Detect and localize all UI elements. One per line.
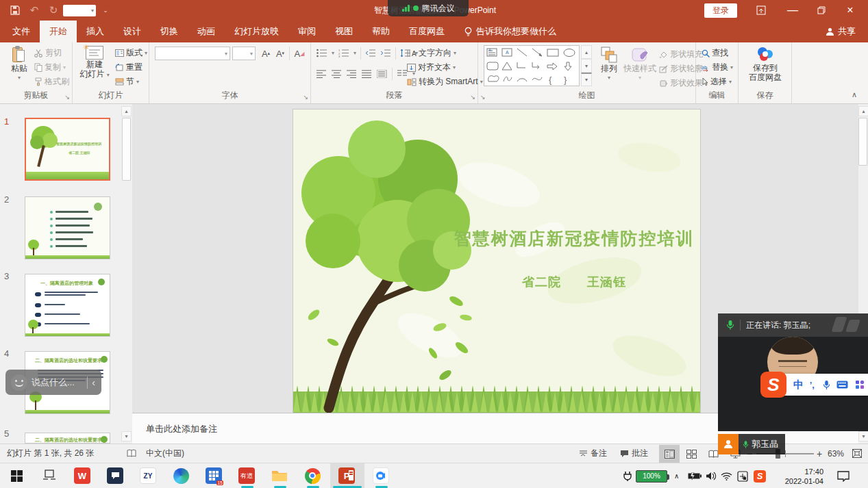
new-slide-button[interactable]: ✳ 新建 幻灯片 ▾ [78,46,111,80]
zoom-in-button[interactable]: + [817,444,822,463]
clock[interactable]: 17:40 2022-01-04 [771,463,823,488]
find-button[interactable]: 查找 [702,47,728,60]
align-center-icon[interactable] [332,70,342,78]
qat-customize-icon[interactable]: ⌄ [99,3,112,17]
ime-language-mode[interactable]: 中 [791,378,806,391]
fit-to-window-button[interactable] [852,444,862,463]
editor-scroll-down[interactable]: ▾ [858,431,868,441]
tab-insert[interactable]: 插入 [77,21,114,42]
thumbnail-scroll-thumb[interactable] [122,118,131,181]
qat-combobox[interactable]: ▾ [63,5,96,16]
ime-keyboard-icon[interactable] [834,381,852,389]
paste-button[interactable]: 粘贴 ▾ [7,46,32,83]
tab-animations[interactable]: 动画 [188,21,225,42]
ime-tray-icon[interactable] [737,463,748,488]
tab-slideshow[interactable]: 幻灯片放映 [225,21,288,42]
slide-author-text[interactable]: 省二院 王涵钰 [451,274,697,290]
slide-thumbnail-1[interactable]: 智慧树酒店新冠疫情防控培训 省二院 王涵钰 [25,118,110,181]
save-icon[interactable] [8,3,22,17]
file-explorer-icon[interactable] [271,467,288,484]
power-plug-icon[interactable] [622,463,633,488]
ime-punctuation[interactable]: ’, [806,380,819,390]
thumbnail-scroll-up[interactable]: ▴ [121,106,132,116]
battery-icon[interactable] [688,463,702,488]
chat-app-icon[interactable] [107,467,123,484]
comments-toggle[interactable]: 批注 [620,444,648,463]
tab-tell-me[interactable]: 告诉我你想要做什么 [454,21,566,42]
action-center-icon[interactable] [837,463,850,488]
meeting-chat-bubble[interactable]: 说点什么... ‹ [5,370,101,395]
decrease-font-button[interactable]: A▾ [273,46,287,61]
distribute-icon[interactable] [377,70,387,78]
shapes-more-button[interactable]: ▾ [581,73,592,86]
align-right-icon[interactable] [347,70,357,78]
slide-sorter-view-button[interactable] [681,445,702,463]
cut-button[interactable]: 剪切 [34,47,62,60]
slide-thumbnail-2[interactable] [25,196,110,259]
font-dialog-launcher[interactable]: ↘ [303,94,308,101]
language-indicator[interactable]: 中文(中国) [146,444,184,463]
shapes-scroll-up[interactable]: ▴ [581,45,592,59]
tab-home[interactable]: 开始 [40,21,77,42]
slide-thumbnail-3[interactable]: 一、隔离酒店的管理对象 [25,274,110,337]
font-name-combobox[interactable]: ▾ [155,47,230,60]
quick-styles-button[interactable]: 快速样式 ▾ [623,46,656,83]
tencent-meeting-taskbar-icon[interactable] [373,467,389,484]
powerpoint-taskbar-icon[interactable]: P [338,467,355,484]
share-button[interactable]: 共享 [819,21,863,42]
replace-button[interactable]: ab 替换▾ [702,61,733,74]
reset-button[interactable]: 重置 [115,61,142,74]
sogou-tray-icon[interactable]: S [754,463,766,488]
bullets-icon[interactable] [317,49,327,57]
editor-scroll-thumb[interactable] [858,118,867,166]
chrome-browser-icon[interactable] [304,467,321,484]
calendar-app-icon[interactable]: 15 [206,467,222,484]
slide-thumbnail-5[interactable]: 二、隔离酒店的选址和设置要求 [25,433,110,444]
columns-icon[interactable] [397,70,408,78]
drawing-dialog-launcher[interactable]: ↘ [480,94,486,101]
minimize-button[interactable]: — [781,0,804,21]
edge-browser-icon[interactable] [173,467,189,484]
smartart-button[interactable]: 转换为 SmartArt▾ [407,75,483,88]
task-view-button[interactable] [41,467,58,484]
clear-formatting-button[interactable]: A◢ [292,46,307,61]
bullets-dropdown[interactable]: ▾ [332,50,334,56]
network-wifi-icon[interactable] [721,463,732,488]
format-painter-button[interactable]: 格式刷 [34,75,69,88]
current-slide[interactable]: 智慧树酒店新冠疫情防控培训 省二院 王涵钰 [293,110,700,413]
editor-scroll-up[interactable]: ▴ [858,106,868,116]
youdao-app-icon[interactable]: 有道 [238,467,255,484]
tencent-meeting-window[interactable]: 正在讲话: 郭玉晶; 郭玉晶 [718,313,868,431]
wps-writer-icon[interactable]: W [74,467,90,484]
shapes-scroll-down[interactable]: ▾ [581,59,592,73]
tab-help[interactable]: 帮助 [362,21,399,42]
clipboard-dialog-launcher[interactable]: ↘ [64,94,70,101]
collapse-ribbon-button[interactable]: ∧ [852,90,857,99]
section-button[interactable]: 节▾ [115,75,139,88]
zy-app-icon[interactable]: ZY [140,467,156,484]
tab-review[interactable]: 审阅 [288,21,325,42]
restore-button[interactable] [810,0,833,21]
normal-view-button[interactable] [659,445,680,463]
sogou-ime-bar[interactable]: S 中 ’, [762,374,868,396]
sogou-logo[interactable]: S [760,372,786,398]
tab-view[interactable]: 视图 [325,21,362,42]
copy-button[interactable]: 复制 ▾ [34,61,66,74]
numbering-icon[interactable]: 123 [338,49,349,57]
notes-toggle[interactable]: 备注 [579,444,607,463]
decrease-indent-icon[interactable] [365,49,376,57]
collapse-chevron-icon[interactable]: ‹ [92,377,95,388]
text-direction-button[interactable]: A 文字方向▾ [407,47,456,60]
battery-percentage-pill[interactable]: 100% [636,463,667,488]
align-text-button[interactable]: 对齐文本▾ [407,61,456,74]
thumbnail-scrollbar[interactable]: ▴ ▾ [121,104,132,444]
font-size-combobox[interactable]: ▾ [232,47,256,60]
tab-baidu-netdisk[interactable]: 百度网盘 [399,21,454,42]
select-button[interactable]: 选择▾ [702,75,732,88]
chat-placeholder[interactable]: 说点什么... [32,376,83,389]
ime-mic-icon[interactable] [819,380,834,390]
tab-file[interactable]: 文件 [3,21,40,42]
save-to-baidu-button[interactable]: 保存到 百度网盘 [745,45,785,82]
redo-icon[interactable]: ↻ [47,3,60,17]
close-button[interactable]: × [839,0,862,21]
